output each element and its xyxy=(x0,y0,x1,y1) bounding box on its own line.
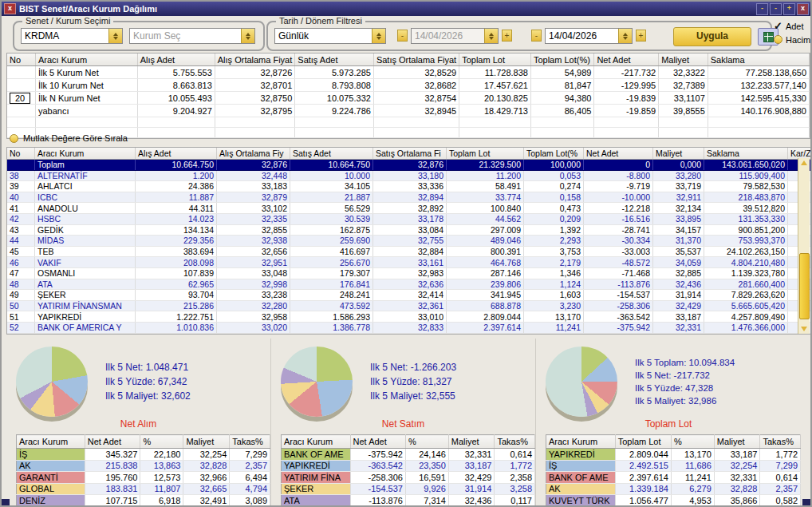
table-row[interactable]: GLOBAL183.83111,80732,6654,794 xyxy=(17,483,270,495)
column-header[interactable]: Takas% xyxy=(760,435,801,449)
table-row[interactable]: KUVEYT TÜRK1.056.4774,95335,8660,582 xyxy=(546,495,801,507)
table-row[interactable]: BANK OF AME2.397.61411,24132,3310,614 xyxy=(546,472,801,484)
table-row[interactable]: 45TEB383.69432,656416.69732,884800.3913,… xyxy=(7,246,812,257)
table-row[interactable]: BANK OF AME-375.94224,14632,3310,614 xyxy=(282,449,535,461)
table-row[interactable]: 42HSBC14.02332,33530.53933,17844.5620,20… xyxy=(7,213,812,224)
column-header[interactable]: % xyxy=(405,435,448,449)
date-start-minus-button[interactable]: - xyxy=(397,30,408,42)
column-header[interactable]: Satış Adet xyxy=(295,53,374,66)
column-header[interactable]: Aracı Kurum xyxy=(35,53,137,66)
column-header[interactable]: Net Adet xyxy=(85,435,140,449)
resize-grip-right[interactable] xyxy=(802,499,810,505)
table-row[interactable]: 39AHLATCI24.38633,18334.10533,33658.4910… xyxy=(7,181,812,192)
table-row[interactable]: yabancı9.204.92732,87959.224.78632,89451… xyxy=(7,105,810,117)
column-header[interactable]: % xyxy=(140,435,183,449)
close-icon[interactable]: x xyxy=(4,3,16,14)
table-row[interactable]: İŞ2.492.51511,68632,2547,299 xyxy=(546,460,801,472)
column-header[interactable]: Maliyet xyxy=(448,435,495,449)
column-header[interactable]: Aracı Kurum xyxy=(35,148,136,160)
table-row[interactable]: AK215.83813,86332,8282,357 xyxy=(17,460,270,472)
scrollbar-thumb[interactable] xyxy=(799,253,810,319)
column-header[interactable]: Saklama xyxy=(704,148,788,160)
resize-grip-left[interactable] xyxy=(2,499,10,505)
table-row[interactable]: YAPIKREDİ-363.54223,35033,1871,772 xyxy=(282,460,535,472)
column-header[interactable]: Toplam Lot(%) xyxy=(530,53,593,66)
column-header[interactable]: Satış Adet xyxy=(290,148,373,160)
column-header[interactable]: Alış Adet xyxy=(137,53,215,66)
period-combo[interactable]: Günlük xyxy=(274,28,386,44)
chevron-updown-icon[interactable] xyxy=(618,29,632,43)
column-header[interactable]: Net Adet xyxy=(584,148,653,160)
column-header[interactable]: Aracı Kurum xyxy=(282,435,351,449)
column-header[interactable]: Toplam Lot xyxy=(615,435,671,449)
minimize-icon[interactable]: - xyxy=(756,3,768,15)
column-header[interactable]: Toplam Lot xyxy=(459,53,531,66)
table-row[interactable]: İlk 5 Kurum Net5.755.55332,87265.973.285… xyxy=(7,66,810,79)
table-row[interactable]: İlk 10 Kurum Net8.663.81332,87018.793.80… xyxy=(7,79,810,92)
table-row[interactable]: Toplam10.664.75032,87610.664.75032,87621… xyxy=(7,160,812,171)
table-row[interactable]: 51YAPIKREDİ1.222.75132,9581.586.29333,01… xyxy=(7,311,812,323)
sort-option[interactable]: Mutlak Değere Göre Sırala xyxy=(10,133,128,143)
column-header[interactable]: Toplam Lot(% xyxy=(524,148,584,160)
apply-button[interactable]: Uygula xyxy=(673,27,751,46)
column-header[interactable]: Aracı Kurum xyxy=(546,435,616,449)
table-row[interactable]: 48ATA62.96532,998176.84132,636239.8061,1… xyxy=(7,279,812,290)
broker-combo[interactable]: Kurum Seç xyxy=(129,28,255,44)
table-row[interactable]: 46VAKIF208.09832,951256.67033,161464.768… xyxy=(7,257,812,268)
column-header[interactable]: Toplam Lot xyxy=(447,148,524,160)
column-header[interactable]: Alış Ortalama Fiy xyxy=(217,148,290,160)
scroll-down-icon[interactable] xyxy=(799,325,809,334)
column-header[interactable]: % xyxy=(671,435,714,449)
table-row[interactable]: YAPIKREDİ2.809.04413,17033,1871,772 xyxy=(546,449,801,461)
table-row[interactable]: 50YATIRIM FİNANSMAN215.28632,280473.5923… xyxy=(7,300,812,311)
table-row[interactable]: 40ICBC11.88732,87921.88732,89433.7740,15… xyxy=(7,192,812,203)
table-row[interactable]: İŞ345.32722,18032,2547,299 xyxy=(17,449,270,461)
close-window-icon[interactable]: x xyxy=(797,3,809,15)
column-header[interactable]: Takas% xyxy=(230,435,270,449)
table-row[interactable]: 43GEDİK134.13432,855162.87533,084297.009… xyxy=(7,224,812,236)
date-end-minus-button[interactable]: - xyxy=(531,30,542,42)
column-header[interactable]: Alış Adet xyxy=(136,148,217,160)
restore-icon[interactable]: - xyxy=(770,3,782,15)
table-row[interactable]: ŞEKER-154.5379,92631,9143,258 xyxy=(282,483,535,495)
column-header[interactable]: Alış Ortalama Fiyat xyxy=(215,53,295,66)
table-row[interactable]: 52BANK OF AMERICA Y1.010.83633,0201.386.… xyxy=(7,322,812,333)
table-row[interactable]: ATA-113.8767,31432,4360,117 xyxy=(282,495,535,507)
column-header[interactable]: Satış Ortalama Fiyat xyxy=(373,53,459,66)
radio-hacim[interactable]: Hacim xyxy=(774,33,810,46)
column-header[interactable]: Maliyet xyxy=(714,435,760,449)
table-row[interactable]: 38ALTERNATİF1.20032,44810.00033,18011.20… xyxy=(7,170,812,181)
vertical-scrollbar[interactable] xyxy=(798,158,810,334)
column-header[interactable]: No xyxy=(7,53,35,66)
column-header[interactable]: Aracı Kurum xyxy=(17,435,85,449)
date-start-plus-button[interactable]: + xyxy=(502,30,512,42)
date-end-plus-button[interactable]: + xyxy=(636,30,646,42)
scroll-up-icon[interactable] xyxy=(799,158,809,167)
column-header[interactable]: Maliyet xyxy=(183,435,230,449)
column-header[interactable]: Net Adet xyxy=(594,53,659,66)
chevron-updown-icon[interactable] xyxy=(484,29,498,43)
column-header[interactable]: Maliyet xyxy=(653,148,704,160)
table-row[interactable]: 41ANADOLU44.31133,10256.52932,892100.840… xyxy=(7,203,812,214)
chevron-updown-icon[interactable] xyxy=(372,29,385,43)
table-row[interactable]: YATIRIM FİNA-258.30616,59132,4292,358 xyxy=(282,472,535,484)
radio-adet[interactable]: ✓ Adet xyxy=(774,19,810,33)
date-start-field[interactable]: 14/04/2026 xyxy=(411,28,499,44)
table-row[interactable]: 49ŞEKER93.70433,238248.24132,414341.9451… xyxy=(7,290,812,301)
table-row[interactable]: 47OSMANLI107.83933,048179.30732,983287.1… xyxy=(7,267,812,279)
chevron-updown-icon[interactable] xyxy=(241,29,254,43)
column-header[interactable]: Net Adet xyxy=(350,435,405,449)
table-row[interactable]: 44MİDAS229.35632,938259.69032,755489.046… xyxy=(7,236,812,247)
chevron-updown-icon[interactable] xyxy=(108,29,122,43)
column-header[interactable]: No xyxy=(7,148,35,160)
column-header[interactable]: Maliyet xyxy=(659,53,708,66)
table-row[interactable]: GARANTİ195.76012,57332,9666,494 xyxy=(17,472,270,484)
column-header[interactable]: Saklama xyxy=(708,53,809,66)
maximize-icon[interactable]: + xyxy=(783,3,795,15)
date-end-field[interactable]: 14/04/2026 xyxy=(545,28,633,44)
n-count-input[interactable]: 20 xyxy=(10,93,30,104)
table-row[interactable]: AK1.339.1846,27932,8282,357 xyxy=(546,483,801,495)
stock-combo[interactable]: KRDMA xyxy=(21,28,123,44)
table-row[interactable]: DENİZ107.7156,91832,4913,089 xyxy=(17,495,270,507)
column-header[interactable]: Satış Ortalama Fi xyxy=(373,148,447,160)
